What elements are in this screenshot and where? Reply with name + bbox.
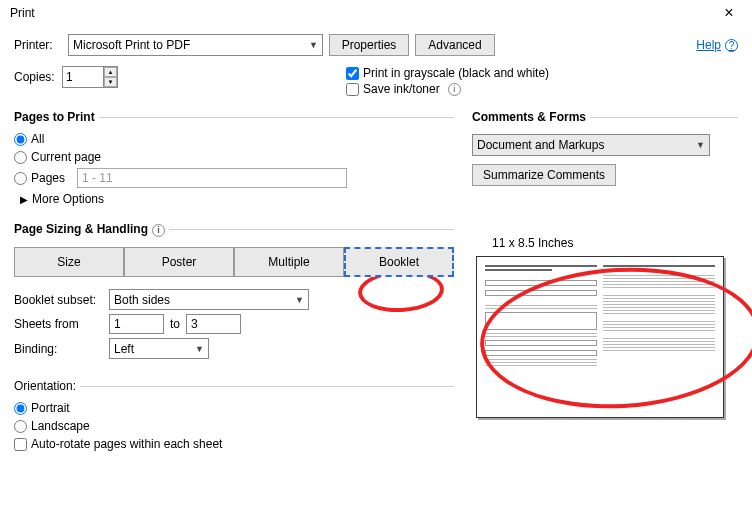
info-icon: i bbox=[152, 224, 165, 237]
triangle-right-icon: ▶ bbox=[20, 194, 28, 205]
landscape-radio[interactable] bbox=[14, 420, 27, 433]
chevron-down-icon: ▼ bbox=[295, 295, 304, 305]
tab-booklet[interactable]: Booklet bbox=[344, 247, 454, 277]
sheets-to-input[interactable]: 3 bbox=[186, 314, 241, 334]
pages-range-input[interactable]: 1 - 11 bbox=[77, 168, 347, 188]
portrait-radio[interactable] bbox=[14, 402, 27, 415]
saveink-checkbox[interactable] bbox=[346, 83, 359, 96]
grayscale-label: Print in grayscale (black and white) bbox=[363, 66, 549, 80]
print-preview: 11 x 8.5 Inches bbox=[472, 236, 722, 466]
booklet-subset-select[interactable]: Both sides ▼ bbox=[109, 289, 309, 310]
pages-legend: Pages to Print bbox=[14, 110, 99, 124]
copies-input[interactable]: 1 bbox=[62, 66, 104, 88]
tab-multiple[interactable]: Multiple bbox=[234, 247, 344, 277]
comments-legend: Comments & Forms bbox=[472, 110, 590, 124]
autorotate-checkbox[interactable] bbox=[14, 438, 27, 451]
dialog-title: Print bbox=[10, 6, 35, 20]
chevron-down-icon: ▼ bbox=[195, 344, 204, 354]
printer-select[interactable]: Microsoft Print to PDF ▼ bbox=[68, 34, 323, 56]
close-icon[interactable]: × bbox=[714, 4, 744, 22]
properties-button[interactable]: Properties bbox=[329, 34, 409, 56]
comments-forms-group: Comments & Forms Document and Markups ▼ … bbox=[472, 110, 738, 196]
pages-range-radio[interactable] bbox=[14, 172, 27, 185]
help-icon: ? bbox=[725, 39, 738, 52]
preview-page-right bbox=[603, 265, 715, 409]
booklet-subset-label: Booklet subset: bbox=[14, 293, 109, 307]
copies-spinner[interactable]: ▲▼ bbox=[104, 66, 118, 88]
sheets-to-label: to bbox=[170, 317, 180, 331]
summarize-comments-button[interactable]: Summarize Comments bbox=[472, 164, 616, 186]
chevron-down-icon: ▼ bbox=[696, 140, 705, 150]
printer-label: Printer: bbox=[14, 38, 62, 52]
preview-caption: 11 x 8.5 Inches bbox=[492, 236, 722, 250]
chevron-down-icon: ▼ bbox=[309, 40, 318, 50]
preview-sheet bbox=[476, 256, 724, 418]
page-sizing-group: Page Sizing & Handlingi Size Poster Mult… bbox=[14, 222, 454, 373]
binding-select[interactable]: Left ▼ bbox=[109, 338, 209, 359]
sheets-from-input[interactable]: 1 bbox=[109, 314, 164, 334]
pages-to-print-group: Pages to Print All Current page Pages 1 … bbox=[14, 110, 454, 216]
info-icon: i bbox=[448, 83, 461, 96]
spinner-up-icon[interactable]: ▲ bbox=[104, 67, 117, 77]
binding-label: Binding: bbox=[14, 342, 109, 356]
comments-select[interactable]: Document and Markups ▼ bbox=[472, 134, 710, 156]
grayscale-checkbox[interactable] bbox=[346, 67, 359, 80]
copies-label: Copies: bbox=[14, 70, 62, 84]
sizing-legend: Page Sizing & Handlingi bbox=[14, 222, 169, 237]
orientation-legend: Orientation: bbox=[14, 379, 80, 393]
preview-page-left bbox=[485, 265, 597, 409]
pages-current-radio[interactable] bbox=[14, 151, 27, 164]
saveink-label: Save ink/toner bbox=[363, 82, 440, 96]
sheets-from-label: Sheets from bbox=[14, 317, 109, 331]
orientation-group: Orientation: Portrait Landscape Auto-rot… bbox=[14, 379, 454, 463]
advanced-button[interactable]: Advanced bbox=[415, 34, 495, 56]
spinner-down-icon[interactable]: ▼ bbox=[104, 77, 117, 87]
tab-size[interactable]: Size bbox=[14, 247, 124, 277]
tab-poster[interactable]: Poster bbox=[124, 247, 234, 277]
more-options-toggle[interactable]: ▶ More Options bbox=[20, 192, 454, 206]
help-link[interactable]: Help ? bbox=[696, 38, 738, 52]
pages-all-radio[interactable] bbox=[14, 133, 27, 146]
printer-value: Microsoft Print to PDF bbox=[73, 38, 190, 52]
